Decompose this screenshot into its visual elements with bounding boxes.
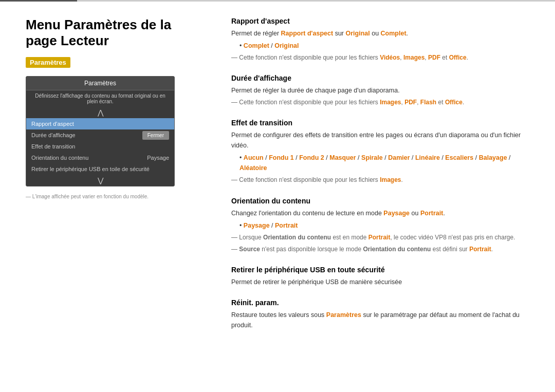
- section-title-effet: Effet de transition: [231, 119, 529, 127]
- page-container: Menu Paramètres de la page Lecteur Param…: [0, 0, 555, 392]
- section-effet: Effet de transition Permet de configurer…: [231, 119, 529, 185]
- section-title-usb: Retirer le périphérique USB en toute séc…: [231, 266, 529, 274]
- bullet-rapport: Complet / Original: [239, 41, 529, 51]
- ui-menu-item-duree[interactable]: Durée d'affichage: [31, 129, 81, 141]
- section-reinit: Réinit. param. Restaure toutes les valeu…: [231, 298, 529, 330]
- section-body-effet: Permet de configurer des effets de trans…: [231, 130, 529, 185]
- divider-light: [77, 0, 555, 2]
- section-body-reinit: Restaure toutes les valeurs sous Paramèt…: [231, 310, 529, 330]
- ui-menu-item-rapport[interactable]: Rapport d'aspect: [26, 118, 174, 129]
- note-effet: Cette fonction n'est disponible que pour…: [231, 175, 529, 185]
- bullet-orientation: Paysage / Portrait: [239, 220, 529, 231]
- section-body-rapport: Permet de régler Rapport d'aspect sur Or…: [231, 28, 529, 63]
- section-title-rapport: Rapport d'aspect: [231, 17, 529, 25]
- page-title: Menu Paramètres de la page Lecteur: [26, 17, 200, 49]
- divider-dark: [0, 0, 77, 2]
- note-rapport: Cette fonction n'est disponible que pour…: [231, 53, 529, 63]
- ui-fermer-button[interactable]: Fermer: [142, 131, 169, 140]
- ui-menu-item-orientation[interactable]: Orientation du contenu Paysage: [26, 152, 174, 163]
- section-body-duree: Permet de régler la durée de chaque page…: [231, 85, 529, 107]
- ui-titlebar: Paramètres: [26, 77, 174, 90]
- section-rapport-aspect: Rapport d'aspect Permet de régler Rappor…: [231, 17, 529, 63]
- section-title-duree: Durée d'affichage: [231, 74, 529, 82]
- section-orientation: Orientation du contenu Changez l'orienta…: [231, 197, 529, 254]
- section-title-orientation: Orientation du contenu: [231, 197, 529, 205]
- arrow-up-icon: ⋀: [26, 107, 174, 118]
- highlight-original: Original: [346, 30, 370, 37]
- ui-menu-item-retirer[interactable]: Retirer le périphérique USB en toile de …: [26, 163, 174, 175]
- top-divider: [0, 0, 555, 2]
- bullet-text-original: Original: [274, 42, 299, 49]
- note-duree: Cette fonction n'est disponible que pour…: [231, 98, 529, 107]
- right-panel: Rapport d'aspect Permet de régler Rappor…: [221, 17, 529, 342]
- note-orientation-2: Source n'est pas disponible lorsque le m…: [231, 245, 529, 254]
- highlight-complet: Complet: [381, 30, 406, 37]
- arrow-down-icon: ⋁: [26, 175, 174, 186]
- section-body-usb: Permet de retirer le périphérique USB de…: [231, 277, 529, 287]
- ui-menu-item-effet[interactable]: Effet de transition: [26, 141, 174, 152]
- ui-note: L'image affichée peut varier en fonction…: [26, 194, 200, 199]
- content-area: Menu Paramètres de la page Lecteur Param…: [0, 2, 555, 357]
- bullet-text-rapport: Complet: [244, 42, 269, 49]
- badge-parametres: Paramètres: [26, 57, 70, 68]
- highlight-rapport: Rapport d'aspect: [281, 30, 334, 37]
- section-usb: Retirer le périphérique USB en toute séc…: [231, 266, 529, 287]
- section-duree: Durée d'affichage Permet de régler la du…: [231, 74, 529, 107]
- section-title-reinit: Réinit. param.: [231, 298, 529, 307]
- note-orientation-1: Lorsque Orientation du contenu est en mo…: [231, 233, 529, 242]
- left-panel: Menu Paramètres de la page Lecteur Param…: [26, 17, 200, 342]
- section-body-orientation: Changez l'orientation du contenu de lect…: [231, 208, 529, 254]
- bullet-effet: Aucun / Fondu 1 / Fondu 2 / Masquer / Sp…: [239, 153, 529, 173]
- ui-duree-row: Durée d'affichage Fermer: [26, 129, 174, 141]
- ui-subtitle: Définissez l'affichage du contenu au for…: [26, 90, 174, 107]
- ui-screenshot: Paramètres Définissez l'affichage du con…: [26, 76, 175, 186]
